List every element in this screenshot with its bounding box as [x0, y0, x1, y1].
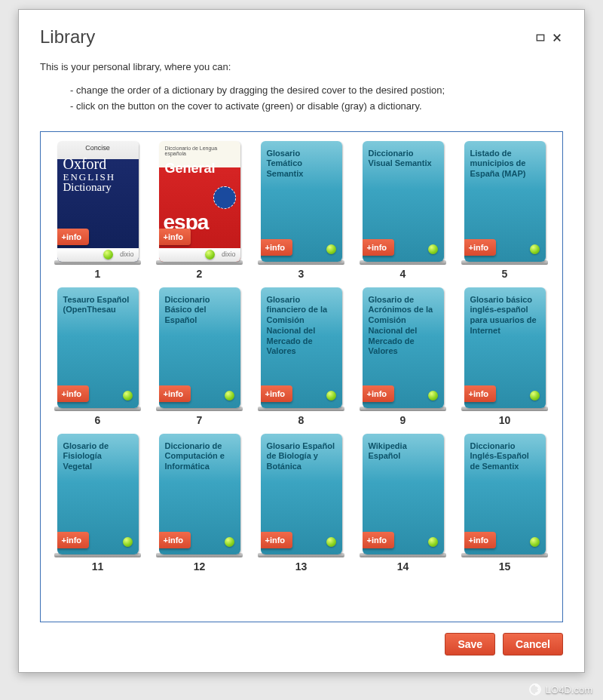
- activate-toggle[interactable]: [103, 250, 113, 259]
- intro-text: This is your personal library, where you…: [40, 61, 563, 72]
- activate-toggle[interactable]: [123, 537, 133, 547]
- cover-title: Glosario financiero de la Comisión Nacio…: [261, 287, 342, 365]
- book-number: 13: [295, 560, 308, 573]
- cover-title: Glosario básico inglés-español para usua…: [464, 287, 546, 344]
- activate-toggle[interactable]: [530, 391, 540, 401]
- library-scroll-area[interactable]: ConciseOxfordENGLISHDictionary+infodixio…: [41, 132, 562, 622]
- book-slot: Diccionario Inglés-Español de Semantix+i…: [461, 434, 548, 573]
- cover-title: Glosario Español de Biología y Botánica: [261, 434, 342, 480]
- book-slot: Diccionario de Lengua españolaGeneralesp…: [156, 141, 243, 280]
- cover-title: Glosario Temático Semantix: [261, 141, 342, 187]
- book-number: 12: [194, 560, 206, 573]
- activate-toggle[interactable]: [530, 244, 540, 254]
- book-number: 15: [499, 560, 511, 573]
- cover-title: Diccionario Inglés-Español de Semantix: [464, 434, 546, 480]
- dictionary-cover[interactable]: Wikipedia Español+info: [363, 434, 444, 554]
- info-button[interactable]: +info: [363, 385, 395, 402]
- dictionary-cover[interactable]: Listado de municipios de España (MAP)+in…: [464, 141, 546, 262]
- cover-subtitle: Diccionario de Lengua española: [159, 141, 240, 158]
- book-slot: Listado de municipios de España (MAP)+in…: [461, 141, 548, 280]
- info-button[interactable]: +info: [464, 532, 497, 548]
- dictionary-cover[interactable]: Glosario Español de Biología y Botánica+…: [261, 434, 342, 554]
- dialog-title: Library: [40, 26, 536, 48]
- info-button[interactable]: +info: [363, 239, 395, 256]
- info-button[interactable]: +info: [464, 239, 497, 256]
- info-button[interactable]: +info: [159, 229, 191, 245]
- dictionary-cover[interactable]: Diccionario Básico del Español+info: [159, 287, 240, 408]
- activate-toggle[interactable]: [123, 391, 133, 401]
- info-button[interactable]: +info: [363, 532, 395, 548]
- dictionary-cover[interactable]: Diccionario Visual Semantix+info: [363, 141, 444, 262]
- cover-title: Glosario de Fisiología Vegetal: [57, 434, 139, 480]
- cancel-button[interactable]: Cancel: [503, 633, 563, 655]
- svg-point-1: [537, 689, 540, 691]
- save-button[interactable]: Save: [445, 633, 495, 655]
- dictionary-cover[interactable]: Glosario de Fisiología Vegetal+info: [57, 434, 139, 554]
- activate-toggle[interactable]: [326, 391, 336, 401]
- dialog-buttons: Save Cancel: [40, 622, 563, 655]
- activate-toggle[interactable]: [205, 250, 215, 259]
- book-slot: Tesauro Español (OpenThesau+info6: [54, 287, 141, 426]
- book-slot: Glosario de Acrónimos de la Comisión Nac…: [360, 287, 446, 426]
- dialog-titlebar: Library: [40, 26, 563, 48]
- watermark: LO4D.com: [529, 683, 592, 695]
- watermark-text: LO4D.com: [546, 684, 592, 695]
- info-button[interactable]: +info: [159, 532, 191, 548]
- info-button[interactable]: +info: [261, 532, 293, 548]
- dictionary-cover[interactable]: Diccionario Inglés-Español de Semantix+i…: [464, 434, 546, 554]
- edition-badge-icon: [213, 186, 236, 209]
- activate-toggle[interactable]: [428, 537, 438, 547]
- shelf-row: Glosario de Fisiología Vegetal+info11Dic…: [54, 434, 556, 573]
- info-button[interactable]: +info: [57, 385, 90, 402]
- activate-toggle[interactable]: [428, 391, 438, 401]
- book-number: 7: [197, 414, 203, 426]
- dictionary-cover[interactable]: Diccionario de Computación e Informática…: [159, 434, 240, 554]
- dictionary-cover[interactable]: Tesauro Español (OpenThesau+info: [57, 287, 139, 408]
- instructions: - change the order of a dictionary by dr…: [40, 83, 563, 115]
- book-slot: Glosario Español de Biología y Botánica+…: [258, 434, 344, 573]
- dictionary-cover[interactable]: Glosario Temático Semantix+info: [261, 141, 342, 262]
- book-number: 10: [499, 414, 511, 426]
- activate-toggle[interactable]: [225, 537, 234, 547]
- info-button[interactable]: +info: [261, 385, 293, 402]
- book-number: 14: [397, 560, 409, 573]
- info-button[interactable]: +info: [261, 239, 293, 256]
- info-button[interactable]: +info: [159, 385, 191, 402]
- book-number: 9: [400, 414, 406, 426]
- info-button[interactable]: +info: [464, 385, 497, 402]
- cover-title: Diccionario Básico del Español: [159, 287, 240, 333]
- activate-toggle[interactable]: [428, 244, 438, 254]
- activate-toggle[interactable]: [530, 537, 540, 547]
- maximize-icon[interactable]: [536, 32, 546, 42]
- cover-title: Glosario de Acrónimos de la Comisión Nac…: [363, 287, 444, 365]
- activate-toggle[interactable]: [326, 537, 336, 547]
- cover-title: Wikipedia Español: [363, 434, 444, 470]
- book-number: 5: [502, 268, 508, 280]
- library-frame: ConciseOxfordENGLISHDictionary+infodixio…: [40, 131, 563, 622]
- book-slot: Glosario financiero de la Comisión Nacio…: [258, 287, 344, 426]
- shelf-row: Tesauro Español (OpenThesau+info6Diccion…: [54, 287, 556, 426]
- instruction-line: - click on the button on the cover to ac…: [70, 99, 563, 115]
- cover-title: Diccionario Visual Semantix: [363, 141, 444, 177]
- activate-toggle[interactable]: [326, 244, 336, 254]
- cover-title: Listado de municipios de España (MAP): [464, 141, 546, 187]
- book-slot: Diccionario Visual Semantix+info4: [360, 141, 446, 280]
- book-slot: Diccionario de Computación e Informática…: [156, 434, 243, 573]
- book-slot: Wikipedia Español+info14: [360, 434, 446, 573]
- book-number: 1: [95, 268, 101, 280]
- dictionary-cover[interactable]: Glosario básico inglés-español para usua…: [464, 287, 546, 408]
- library-dialog: Library This is your personal library, w…: [18, 9, 585, 673]
- dictionary-cover[interactable]: Glosario financiero de la Comisión Nacio…: [261, 287, 342, 408]
- book-number: 4: [400, 268, 406, 280]
- info-button[interactable]: +info: [57, 532, 90, 548]
- info-button[interactable]: +info: [57, 229, 90, 245]
- dictionary-cover[interactable]: Glosario de Acrónimos de la Comisión Nac…: [363, 287, 444, 408]
- activate-toggle[interactable]: [225, 391, 234, 401]
- dictionary-cover[interactable]: ConciseOxfordENGLISHDictionary+infodixio: [57, 141, 139, 262]
- book-number: 6: [95, 414, 101, 426]
- dictionary-cover[interactable]: Diccionario de Lengua españolaGeneralesp…: [159, 141, 240, 262]
- close-icon[interactable]: [552, 32, 563, 42]
- svg-rect-0: [537, 35, 543, 41]
- book-slot: Glosario de Fisiología Vegetal+info11: [54, 434, 141, 573]
- book-slot: Glosario básico inglés-español para usua…: [461, 287, 548, 426]
